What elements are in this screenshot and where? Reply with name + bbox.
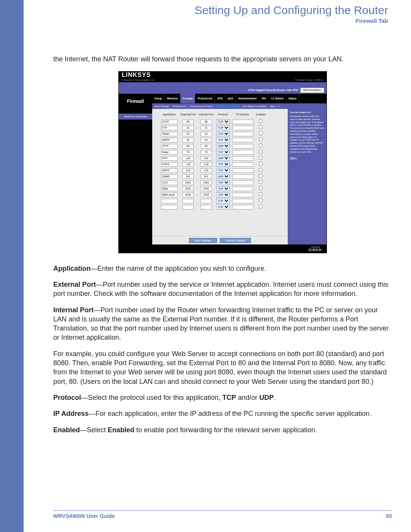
- tab-ips[interactable]: IPS: [260, 94, 269, 103]
- in-app-input[interactable]: [161, 168, 178, 173]
- in-port-input[interactable]: [201, 199, 212, 203]
- in-ip-input[interactable]: [232, 126, 253, 130]
- in-ip-input[interactable]: [232, 181, 253, 185]
- protocol-select[interactable]: TCP: [216, 192, 230, 197]
- in-app-input[interactable]: [161, 187, 178, 191]
- in-port-input[interactable]: [182, 132, 194, 136]
- protocol-select[interactable]: TCP: [216, 119, 230, 124]
- enabled-checkbox[interactable]: [259, 168, 263, 172]
- subtab-ip-based-acl[interactable]: IP Based ACL: [172, 105, 188, 108]
- in-ip-input[interactable]: [232, 168, 253, 173]
- in-port-input[interactable]: [201, 193, 212, 197]
- in-app-input[interactable]: [161, 138, 178, 142]
- in-port-input[interactable]: [201, 187, 212, 191]
- in-ip-input[interactable]: [232, 150, 253, 155]
- enabled-checkbox[interactable]: [259, 204, 263, 208]
- in-app-input[interactable]: [161, 205, 178, 209]
- protocol-select[interactable]: UDP: [216, 144, 230, 149]
- enabled-checkbox[interactable]: [259, 131, 263, 135]
- in-port-input[interactable]: [182, 162, 194, 167]
- in-ip-input[interactable]: [232, 144, 253, 149]
- tab-l2-switch[interactable]: L2 Switch: [269, 94, 286, 103]
- in-port-input[interactable]: [182, 187, 194, 191]
- in-port-input[interactable]: [182, 181, 194, 185]
- in-port-input[interactable]: [182, 138, 194, 142]
- in-ip-input[interactable]: [232, 199, 253, 203]
- in-port-input[interactable]: [182, 193, 194, 197]
- enabled-checkbox[interactable]: [259, 162, 263, 166]
- protocol-select[interactable]: TCP: [216, 150, 230, 155]
- in-port-input[interactable]: [182, 126, 194, 130]
- in-ip-input[interactable]: [232, 132, 253, 136]
- in-port-input[interactable]: [182, 144, 194, 149]
- in-app-input[interactable]: [161, 156, 178, 161]
- enabled-checkbox[interactable]: [259, 192, 263, 196]
- enabled-checkbox[interactable]: [259, 156, 263, 160]
- protocol-select[interactable]: UDP: [216, 174, 230, 179]
- protocol-select[interactable]: TCP: [216, 137, 230, 142]
- in-port-input[interactable]: [201, 120, 212, 124]
- in-app-input[interactable]: [161, 174, 178, 179]
- in-port-input[interactable]: [201, 126, 212, 130]
- in-app-input[interactable]: [161, 193, 178, 197]
- protocol-select[interactable]: TCP: [216, 168, 230, 173]
- in-ip-input[interactable]: [232, 193, 253, 197]
- in-port-input[interactable]: [201, 205, 212, 209]
- in-port-input[interactable]: [182, 156, 194, 161]
- subtab-internet-access-policy[interactable]: Internet Access Policy: [190, 105, 215, 108]
- in-port-input[interactable]: [201, 138, 212, 142]
- in-ip-input[interactable]: [232, 138, 253, 142]
- in-port-input[interactable]: [182, 168, 194, 173]
- subtab-basic-settings[interactable]: Basic Settings: [154, 105, 171, 108]
- in-port-input[interactable]: [182, 199, 194, 203]
- protocol-select[interactable]: TCP: [216, 186, 230, 191]
- in-port-input[interactable]: [201, 181, 212, 185]
- subtab-single-port-forwarding[interactable]: Single Port Forwarding: [215, 105, 241, 108]
- in-ip-input[interactable]: [232, 120, 253, 124]
- in-app-input[interactable]: [161, 162, 178, 167]
- in-app-input[interactable]: [161, 150, 178, 155]
- in-app-input[interactable]: [161, 132, 178, 136]
- tab-qos[interactable]: QoS: [225, 94, 236, 103]
- subtab-port-range-forwarding[interactable]: Port Range Forwarding: [242, 105, 268, 108]
- protocol-select[interactable]: UDP: [216, 156, 230, 161]
- tab-setup[interactable]: Setup: [152, 94, 164, 103]
- help-more-link[interactable]: More...: [290, 157, 297, 160]
- protocol-select[interactable]: TCP: [216, 125, 230, 130]
- in-port-input[interactable]: [201, 150, 212, 155]
- in-app-input[interactable]: [161, 181, 178, 185]
- in-port-input[interactable]: [201, 144, 212, 149]
- in-app-input[interactable]: [161, 120, 178, 124]
- protocol-select[interactable]: TCP: [216, 131, 230, 136]
- tab-vpn[interactable]: VPN: [215, 94, 225, 103]
- protocol-select[interactable]: TCP: [216, 180, 230, 185]
- enabled-checkbox[interactable]: [259, 144, 263, 147]
- in-app-input[interactable]: [161, 144, 178, 149]
- in-ip-input[interactable]: [232, 205, 253, 209]
- enabled-checkbox[interactable]: [259, 119, 263, 123]
- tab-status[interactable]: Status: [286, 94, 299, 103]
- in-app-input[interactable]: [161, 126, 178, 130]
- enabled-checkbox[interactable]: [259, 125, 263, 129]
- in-port-input[interactable]: [182, 174, 194, 179]
- in-port-input[interactable]: [201, 132, 212, 136]
- subtab-more-[interactable]: More... >>: [269, 105, 281, 108]
- in-ip-input[interactable]: [232, 156, 253, 161]
- enabled-checkbox[interactable]: [259, 137, 263, 141]
- in-port-input[interactable]: [182, 150, 194, 155]
- in-port-input[interactable]: [201, 156, 212, 161]
- in-port-input[interactable]: [201, 162, 212, 167]
- enabled-checkbox[interactable]: [259, 174, 263, 178]
- enabled-checkbox[interactable]: [259, 198, 263, 202]
- cancel-button[interactable]: Cancel Changes: [220, 238, 251, 243]
- enabled-checkbox[interactable]: [259, 186, 263, 190]
- in-port-input[interactable]: [182, 205, 194, 209]
- in-port-input[interactable]: [201, 174, 212, 179]
- protocol-select[interactable]: TCP: [216, 204, 230, 209]
- save-button[interactable]: Save Settings: [189, 238, 217, 243]
- in-port-input[interactable]: [201, 168, 212, 173]
- in-ip-input[interactable]: [232, 162, 253, 167]
- tab-administration[interactable]: Administration: [236, 94, 260, 103]
- in-app-input[interactable]: [161, 199, 178, 203]
- tab-wireless[interactable]: Wireless: [164, 94, 180, 103]
